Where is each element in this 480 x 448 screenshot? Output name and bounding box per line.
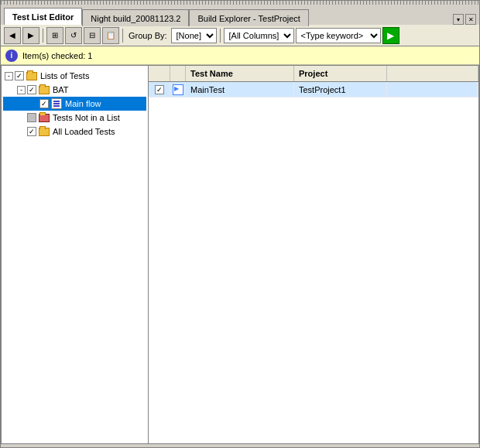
collapse-icon: ⊟ bbox=[89, 31, 95, 39]
tab-build-explorer[interactable]: Build Explorer - TestProject bbox=[189, 9, 308, 26]
table-panel: Test Name Project MainTest bbox=[149, 66, 478, 443]
td-name-value-main-test: MainTest bbox=[190, 85, 225, 94]
tree-item-main-flow[interactable]: Main flow bbox=[3, 97, 146, 111]
folder-icon-all-loaded-tests bbox=[38, 125, 50, 138]
window-controls: ▾ ✕ bbox=[453, 14, 479, 25]
tree-item-tests-not-in-list[interactable]: Tests Not in a List bbox=[3, 111, 146, 125]
td-project-value-main-test: TestProject1 bbox=[299, 85, 346, 94]
tree-label-bat: BAT bbox=[53, 85, 69, 94]
close-icon: ✕ bbox=[468, 16, 474, 23]
tree-item-bat[interactable]: - BAT bbox=[3, 83, 146, 97]
separator-1 bbox=[43, 29, 43, 43]
checkbox-main-flow[interactable] bbox=[39, 99, 49, 108]
pin-icon: ▾ bbox=[457, 16, 460, 23]
tab-build-explorer-label: Build Explorer - TestProject bbox=[197, 14, 300, 23]
checkbox-bat[interactable] bbox=[27, 85, 36, 94]
table-header: Test Name Project bbox=[149, 66, 478, 82]
row-checkbox-main-test[interactable] bbox=[155, 85, 164, 94]
group-by-label: Group By: bbox=[129, 31, 167, 40]
expand-btn-lists-of-tests[interactable]: - bbox=[5, 72, 13, 80]
window-bottom bbox=[1, 444, 479, 447]
info-icon: i bbox=[5, 50, 18, 62]
back-icon: ◀ bbox=[9, 31, 15, 39]
td-extra-main-test bbox=[387, 82, 478, 97]
folder-icon-bat bbox=[38, 84, 50, 96]
tree-label-lists-of-tests: Lists of Tests bbox=[40, 71, 89, 80]
keyword-dropdown[interactable]: <Type keyword> bbox=[296, 28, 381, 43]
tree-panel: - Lists of Tests - BAT bbox=[2, 66, 149, 443]
close-button[interactable]: ✕ bbox=[465, 14, 476, 25]
th-checkbox-col bbox=[149, 66, 170, 81]
list-icon-main-flow bbox=[50, 97, 63, 110]
tree-label-tests-not-in-list: Tests Not in a List bbox=[53, 113, 120, 122]
tree-label-main-flow: Main flow bbox=[65, 99, 101, 108]
group-by-dropdown[interactable]: [None] bbox=[171, 28, 217, 43]
tab-night-build-label: Night build_20081123.2 bbox=[91, 14, 180, 23]
grid-button[interactable]: ⊞ bbox=[46, 27, 63, 44]
td-project-main-test: TestProject1 bbox=[294, 82, 387, 97]
collapse-button[interactable]: ⊟ bbox=[84, 27, 101, 44]
go-icon: ▶ bbox=[387, 30, 394, 41]
folder-red-icon-tests-not-in-list bbox=[38, 111, 50, 124]
td-checkbox-main-test[interactable] bbox=[149, 82, 170, 97]
th-test-name[interactable]: Test Name bbox=[186, 66, 294, 81]
th-project[interactable]: Project bbox=[294, 66, 387, 81]
th-icon-col bbox=[170, 66, 186, 81]
refresh-icon: ↺ bbox=[70, 31, 77, 39]
toolbar: ◀ ▶ ⊞ ↺ ⊟ 📋 Group By: [None] [All Column… bbox=[1, 25, 479, 46]
table-row[interactable]: MainTest TestProject1 bbox=[149, 82, 478, 97]
back-button[interactable]: ◀ bbox=[4, 27, 21, 44]
th-project-label: Project bbox=[299, 69, 327, 78]
tab-test-list-editor[interactable]: Test List Editor bbox=[4, 8, 82, 25]
copy-button[interactable]: 📋 bbox=[102, 27, 119, 44]
go-button[interactable]: ▶ bbox=[382, 27, 399, 44]
td-icon-main-test bbox=[170, 82, 186, 97]
pin-button[interactable]: ▾ bbox=[453, 14, 464, 25]
content-area: - Lists of Tests - BAT bbox=[1, 65, 479, 444]
tab-test-list-editor-label: Test List Editor bbox=[12, 12, 74, 22]
copy-icon: 📋 bbox=[106, 31, 115, 39]
tree-label-all-loaded-tests: All Loaded Tests bbox=[53, 127, 115, 136]
tab-list: Test List Editor Night build_20081123.2 … bbox=[1, 8, 309, 25]
checkbox-lists-of-tests[interactable] bbox=[15, 71, 24, 80]
checkbox-all-loaded-tests[interactable] bbox=[27, 127, 36, 136]
grid-icon: ⊞ bbox=[52, 31, 58, 39]
tab-row: Test List Editor Night build_20081123.2 … bbox=[1, 5, 479, 25]
tree-item-all-loaded-tests[interactable]: All Loaded Tests bbox=[3, 125, 146, 139]
test-icon-main-test bbox=[173, 84, 183, 95]
folder-icon-lists-of-tests bbox=[26, 70, 38, 82]
refresh-button[interactable]: ↺ bbox=[65, 27, 82, 44]
tab-night-build[interactable]: Night build_20081123.2 bbox=[82, 9, 189, 26]
columns-dropdown[interactable]: [All Columns] bbox=[224, 28, 294, 43]
expand-btn-bat[interactable]: - bbox=[17, 86, 26, 94]
th-extra bbox=[387, 66, 478, 81]
th-test-name-label: Test Name bbox=[190, 69, 233, 78]
forward-button[interactable]: ▶ bbox=[22, 27, 39, 44]
status-bar: i Item(s) checked: 1 bbox=[1, 46, 479, 65]
checkbox-tests-not-in-list[interactable] bbox=[27, 113, 36, 122]
main-window: Test List Editor Night build_20081123.2 … bbox=[0, 0, 480, 448]
separator-2 bbox=[122, 29, 123, 43]
tree-item-lists-of-tests[interactable]: - Lists of Tests bbox=[3, 69, 146, 83]
td-name-main-test: MainTest bbox=[186, 82, 294, 97]
status-message: Item(s) checked: 1 bbox=[22, 51, 92, 60]
separator-3 bbox=[220, 29, 221, 43]
forward-icon: ▶ bbox=[28, 31, 34, 39]
